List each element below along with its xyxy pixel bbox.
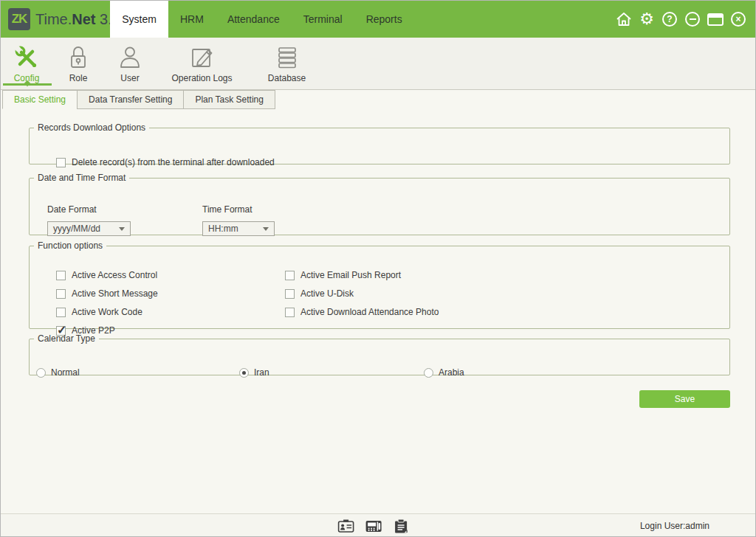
active-download-attendance-photo-label: Active Download Attendance Photo xyxy=(300,307,439,317)
date-format-value: yyyy/MM/dd xyxy=(53,224,100,234)
chevron-down-icon xyxy=(263,227,269,231)
active-download-attendance-photo-checkbox[interactable] xyxy=(285,308,295,317)
status-bar: Login User:admin xyxy=(1,513,755,537)
user-icon xyxy=(117,44,143,72)
active-u-disk-checkbox[interactable] xyxy=(285,289,295,299)
employee-card-icon[interactable] xyxy=(337,519,355,533)
normal-radio[interactable] xyxy=(36,368,46,378)
menu-item-terminal[interactable]: Terminal xyxy=(292,1,354,38)
config-active-indicator xyxy=(3,83,52,86)
toolbar-label-operation-logs: Operation Logs xyxy=(171,73,232,83)
database-icon xyxy=(274,44,300,72)
app-title-part2: Net xyxy=(72,11,95,27)
records-download-options-group: Records Download Options Delete record(s… xyxy=(29,122,730,164)
records-download-options-legend: Records Download Options xyxy=(34,122,149,133)
terminal-device-icon[interactable] xyxy=(365,519,382,533)
minimize-glyph xyxy=(685,12,700,27)
lock-icon xyxy=(66,44,91,72)
time-format-select[interactable]: HH:mm xyxy=(202,221,275,236)
active-email-push-report-label: Active Email Push Report xyxy=(300,270,401,280)
toolbar-item-role[interactable]: Role xyxy=(52,38,104,89)
home-icon[interactable] xyxy=(616,11,632,27)
active-short-message-checkbox[interactable] xyxy=(56,289,66,299)
active-email-push-report-checkbox[interactable] xyxy=(285,271,295,280)
titlebar-icons: ⚙ ? × xyxy=(616,1,746,38)
menu-item-hrm[interactable]: HRM xyxy=(168,1,216,38)
app-window: ZK Time.Net 3.0 System HRM Attendance Te… xyxy=(0,0,756,537)
maximize-glyph xyxy=(707,13,724,26)
toolbar-item-database[interactable]: Database xyxy=(248,38,326,89)
date-time-format-group: Date and Time Format Date Format yyyy/MM… xyxy=(29,173,730,235)
zk-logo: ZK xyxy=(8,8,30,30)
calendar-option-arabia: Arabia xyxy=(424,367,464,378)
settings-gear-icon[interactable]: ⚙ xyxy=(639,11,655,27)
active-access-control-checkbox[interactable] xyxy=(56,271,66,280)
function-option: Active Access Control xyxy=(56,270,157,280)
function-option: Active Download Attendance Photo xyxy=(285,307,439,317)
function-option: Active Short Message xyxy=(56,288,158,299)
normal-label: Normal xyxy=(51,367,80,378)
status-bar-icons xyxy=(337,519,410,533)
menu-item-attendance[interactable]: Attendance xyxy=(216,1,292,38)
report-clipboard-icon[interactable] xyxy=(392,519,410,533)
app-title: Time.Net 3.0 xyxy=(35,11,120,28)
date-format-select[interactable]: yyyy/MM/dd xyxy=(47,221,131,236)
active-work-code-checkbox[interactable] xyxy=(56,308,66,317)
active-access-control-label: Active Access Control xyxy=(72,270,157,280)
app-brand: ZK Time.Net 3.0 xyxy=(8,1,120,38)
tab-data-transfer-setting[interactable]: Data Transfer Setting xyxy=(77,90,184,109)
menu-item-reports[interactable]: Reports xyxy=(354,1,414,38)
tab-plan-task-setting[interactable]: Plan Task Setting xyxy=(183,90,275,109)
close-glyph: × xyxy=(731,12,746,27)
active-work-code-label: Active Work Code xyxy=(72,307,142,317)
toolbar-item-user[interactable]: User xyxy=(104,38,156,89)
maximize-icon[interactable] xyxy=(707,11,724,27)
function-option: Active Work Code xyxy=(56,307,142,317)
date-time-format-legend: Date and Time Format xyxy=(34,173,129,183)
toolbar-label-database: Database xyxy=(268,73,306,83)
toolbar-item-operation-logs[interactable]: Operation Logs xyxy=(156,38,248,89)
iran-radio[interactable] xyxy=(239,368,249,378)
function-option: Active Email Push Report xyxy=(285,270,401,280)
login-user-status: Login User:admin xyxy=(640,521,709,531)
edit-log-icon xyxy=(188,44,216,72)
active-u-disk-label: Active U-Disk xyxy=(300,288,354,299)
toolbar-label-operation-user: User xyxy=(120,73,139,83)
active-short-message-label: Active Short Message xyxy=(72,288,158,299)
setting-tabs: Basic Setting Data Transfer Setting Plan… xyxy=(1,90,755,110)
minimize-icon[interactable] xyxy=(684,11,701,27)
save-button[interactable]: Save xyxy=(639,390,730,408)
time-format-field: Time Format HH:mm xyxy=(202,204,275,236)
calendar-type-legend: Calendar Type xyxy=(34,333,99,344)
main-menu: System HRM Attendance Terminal Reports xyxy=(110,1,414,38)
iran-label: Iran xyxy=(254,367,269,378)
time-format-label: Time Format xyxy=(202,204,275,215)
calendar-type-group: Calendar Type Normal Iran Arabia xyxy=(29,333,730,375)
time-format-value: HH:mm xyxy=(208,224,238,234)
menu-item-system[interactable]: System xyxy=(110,1,168,38)
calendar-option-iran: Iran xyxy=(239,367,269,378)
delete-records-option: Delete record(s) from the terminal after… xyxy=(56,157,275,167)
app-title-part1: Time. xyxy=(35,11,72,27)
tab-basic-setting[interactable]: Basic Setting xyxy=(2,90,78,109)
arabia-label: Arabia xyxy=(439,367,464,378)
tools-icon xyxy=(13,44,40,72)
calendar-option-normal: Normal xyxy=(36,367,80,378)
help-icon[interactable]: ? xyxy=(662,11,678,27)
function-option: Active U-Disk xyxy=(285,288,354,299)
date-format-field: Date Format yyyy/MM/dd xyxy=(47,204,131,236)
close-icon[interactable]: × xyxy=(730,11,746,27)
function-options-legend: Function options xyxy=(34,240,106,251)
arabia-radio[interactable] xyxy=(424,368,433,378)
toolbar-label-role: Role xyxy=(69,73,88,83)
delete-records-checkbox[interactable] xyxy=(56,158,66,167)
delete-records-label: Delete record(s) from the terminal after… xyxy=(72,157,275,167)
chevron-down-icon xyxy=(119,227,125,231)
date-format-label: Date Format xyxy=(47,204,131,215)
function-options-group: Function options Active Access Control A… xyxy=(29,240,730,329)
system-toolbar: Config Role User xyxy=(1,38,755,90)
titlebar: ZK Time.Net 3.0 System HRM Attendance Te… xyxy=(1,1,755,38)
help-glyph: ? xyxy=(662,12,677,27)
